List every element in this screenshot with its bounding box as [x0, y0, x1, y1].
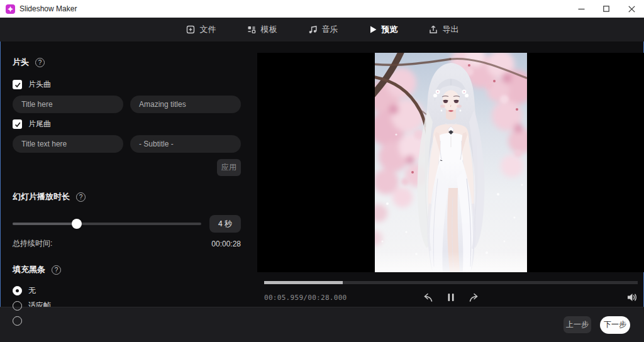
outro-song-label: 片尾曲 [28, 119, 51, 130]
total-duration-value: 00:00:28 [211, 240, 241, 248]
outro-title-input[interactable] [13, 135, 123, 153]
radio-icon [13, 286, 22, 295]
duration-slider-row: 4 秒 [13, 215, 241, 233]
apply-row: 应用 [13, 159, 241, 176]
nav-item-preview[interactable]: 预览 [369, 24, 398, 35]
nav-item-file[interactable]: 文件 [186, 24, 216, 35]
slider-fill [13, 223, 77, 225]
top-navbar: 文件 模板 音乐 预览 导出 [0, 18, 644, 41]
pause-button[interactable] [447, 292, 455, 302]
close-button[interactable] [619, 0, 644, 18]
maximize-button[interactable] [594, 0, 619, 18]
intro-song-row: 片头曲 [13, 79, 245, 90]
opening-section-heading: 片头 ? [13, 57, 245, 68]
intro-inputs-row [13, 96, 245, 113]
duration-heading-label: 幻灯片播放时长 [13, 191, 70, 202]
preview-image [375, 53, 527, 272]
progress-fill [264, 281, 343, 284]
intro-title-input[interactable] [13, 96, 123, 113]
app-window: Slideshow Maker 文件 模板 [0, 0, 644, 342]
total-duration-label: 总持续时间: [13, 238, 52, 249]
playback-controls-row: 00:05.959/00:28.000 [264, 289, 638, 307]
main-area: 片头 ? 片头曲 片尾曲 [0, 41, 644, 307]
nav-item-label: 文件 [200, 24, 216, 35]
titlebar: Slideshow Maker [0, 0, 644, 18]
nav-item-music[interactable]: 音乐 [308, 24, 338, 35]
outro-song-row: 片尾曲 [13, 119, 245, 130]
nav-item-label: 音乐 [322, 24, 338, 35]
nav-item-export[interactable]: 导出 [428, 24, 459, 35]
nav-item-template[interactable]: 模板 [247, 24, 277, 35]
duration-slider[interactable] [13, 219, 201, 229]
preview-panel: 00:05.959/00:28.000 [257, 41, 644, 307]
apply-button[interactable]: 应用 [217, 159, 241, 176]
duration-section-heading: 幻灯片播放时长 ? [13, 191, 245, 202]
previous-step-button[interactable]: 上一步 [564, 316, 591, 333]
next-slide-button[interactable] [468, 292, 479, 303]
volume-button[interactable] [626, 292, 638, 302]
next-step-button[interactable]: 下一步 [600, 316, 630, 334]
play-icon [369, 25, 377, 34]
intro-song-checkbox[interactable] [13, 80, 22, 89]
duration-value: 4 秒 [209, 215, 241, 233]
blackbars-section-heading: 填充黑条 ? [13, 264, 245, 275]
help-icon[interactable]: ? [35, 58, 45, 67]
footer-bar: 上一步 下一步 [0, 307, 644, 342]
intro-song-label: 片头曲 [28, 79, 51, 90]
radio-icon [13, 316, 22, 326]
slider-thumb[interactable] [72, 219, 82, 229]
music-note-icon [308, 25, 318, 35]
playback-progress-bar[interactable] [264, 281, 638, 284]
minimize-button[interactable] [569, 0, 594, 18]
settings-panel: 片头 ? 片头曲 片尾曲 [0, 41, 257, 307]
outro-subtitle-input[interactable] [130, 135, 241, 153]
nav-item-label: 导出 [443, 24, 459, 35]
opening-heading-label: 片头 [13, 57, 29, 68]
radio-option-none[interactable]: 无 [13, 285, 245, 295]
outro-inputs-row [13, 135, 245, 153]
total-duration-row: 总持续时间: 00:00:28 [13, 238, 241, 249]
nav-item-label: 预览 [382, 24, 398, 35]
playback-time: 00:05.959/00:28.000 [264, 294, 347, 302]
blackbars-heading-label: 填充黑条 [13, 264, 45, 275]
file-icon [186, 25, 196, 35]
volume-wrap [626, 292, 638, 302]
app-logo-icon [6, 4, 15, 14]
intro-subtitle-input[interactable] [130, 96, 241, 113]
center-controls [423, 292, 479, 303]
help-icon[interactable]: ? [76, 192, 86, 202]
help-icon[interactable]: ? [52, 265, 61, 275]
window-title: Slideshow Maker [19, 4, 77, 13]
radio-label: 无 [28, 285, 36, 296]
nav-item-label: 模板 [261, 24, 277, 35]
preview-video-frame[interactable] [257, 53, 644, 272]
radio-icon [13, 301, 22, 311]
previous-slide-button[interactable] [423, 292, 434, 303]
outro-song-checkbox[interactable] [13, 119, 22, 129]
template-icon [247, 25, 257, 35]
export-icon [428, 25, 438, 35]
